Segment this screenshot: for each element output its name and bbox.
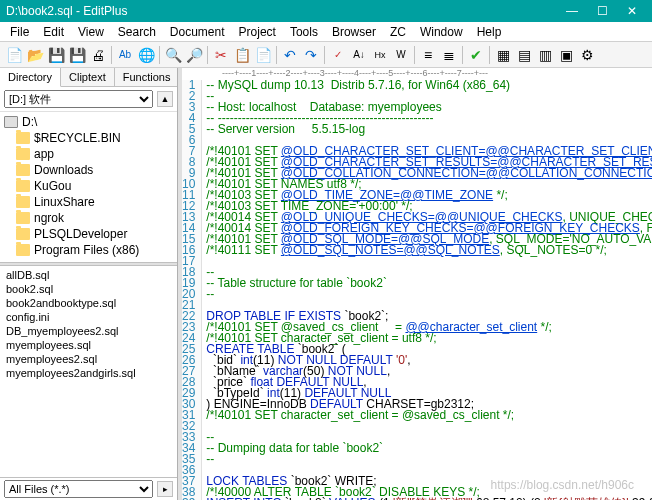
cut-icon[interactable]: ✂ xyxy=(211,45,231,65)
file-filter-select[interactable]: All Files (*.*) xyxy=(4,480,153,498)
menu-edit[interactable]: Edit xyxy=(37,24,70,40)
folder-icon xyxy=(16,196,30,208)
undo-icon[interactable]: ↶ xyxy=(280,45,300,65)
menu-help[interactable]: Help xyxy=(471,24,508,40)
left-tabs: DirectoryCliptextFunctions xyxy=(0,68,177,87)
code-editor[interactable]: ----+----1----+----2----+----3----+----4… xyxy=(182,68,652,500)
menu-zc[interactable]: ZC xyxy=(384,24,412,40)
file-list[interactable]: allDB.sqlbook2.sqlbook2andbooktype.sqlco… xyxy=(0,266,177,477)
tree-item-label: Downloads xyxy=(34,163,93,177)
code-line[interactable]: -- Table structure for table `book2` xyxy=(206,278,652,289)
file-item[interactable]: book2.sql xyxy=(2,282,175,296)
check-icon[interactable]: ✔ xyxy=(466,45,486,65)
spell-check-icon[interactable]: ✓ xyxy=(328,45,348,65)
paste-icon[interactable]: 📄 xyxy=(253,45,273,65)
file-item[interactable]: myemployees2.sql xyxy=(2,352,175,366)
copy-icon[interactable]: 📋 xyxy=(232,45,252,65)
folder-icon xyxy=(16,148,30,160)
indent-right-icon[interactable]: ≣ xyxy=(439,45,459,65)
redo-icon[interactable]: ↷ xyxy=(301,45,321,65)
drive-up-button[interactable]: ▲ xyxy=(157,91,173,107)
drive-select[interactable]: [D:] 软件 xyxy=(4,90,153,108)
folder-icon xyxy=(16,244,30,256)
code-area[interactable]: -- MySQL dump 10.13 Distrib 5.7.16, for … xyxy=(202,80,652,500)
titlebar: D:\book2.sql - EditPlus — ☐ ✕ xyxy=(0,0,652,22)
code-line[interactable]: -- xyxy=(206,289,652,300)
save-all-icon[interactable]: 💾 xyxy=(67,45,87,65)
tree-item-label: LinuxShare xyxy=(34,195,95,209)
folder-icon xyxy=(16,212,30,224)
menu-search[interactable]: Search xyxy=(112,24,162,40)
window-title: D:\book2.sql - EditPlus xyxy=(6,4,127,18)
window-cascade-icon[interactable]: ▤ xyxy=(514,45,534,65)
menu-view[interactable]: View xyxy=(72,24,110,40)
column-ruler: ----+----1----+----2----+----3----+----4… xyxy=(218,68,652,80)
tree-item[interactable]: app xyxy=(2,146,175,162)
menubar: FileEditViewSearchDocumentProjectToolsBr… xyxy=(0,22,652,42)
wordwrap-icon[interactable]: W xyxy=(391,45,411,65)
html-toolbar-icon[interactable]: Ab xyxy=(115,45,135,65)
tree-item[interactable]: PLSQLDeveloper xyxy=(2,226,175,242)
tree-item-label: D:\ xyxy=(22,115,37,129)
tree-item-label: ngrok xyxy=(34,211,64,225)
find-icon[interactable]: 🔍 xyxy=(163,45,183,65)
menu-browser[interactable]: Browser xyxy=(326,24,382,40)
folder-icon xyxy=(16,228,30,240)
tree-item-label: KuGou xyxy=(34,179,71,193)
save-icon[interactable]: 💾 xyxy=(46,45,66,65)
settings-icon[interactable]: ⚙ xyxy=(577,45,597,65)
code-line[interactable]: -- Server version 5.5.15-log xyxy=(206,124,652,135)
file-item[interactable]: book2andbooktype.sql xyxy=(2,296,175,310)
menu-file[interactable]: File xyxy=(4,24,35,40)
open-folder-icon[interactable]: 📂 xyxy=(25,45,45,65)
menu-project[interactable]: Project xyxy=(233,24,282,40)
disk-icon xyxy=(4,116,18,128)
code-line[interactable] xyxy=(206,256,652,267)
menu-document[interactable]: Document xyxy=(164,24,231,40)
folder-tree[interactable]: D:\$RECYCLE.BINappDownloadsKuGouLinuxSha… xyxy=(0,112,177,262)
tree-item[interactable]: Downloads xyxy=(2,162,175,178)
minimize-button[interactable]: — xyxy=(558,2,586,20)
text-tool-a-icon[interactable]: A↓ xyxy=(349,45,369,65)
tree-item[interactable]: LinuxShare xyxy=(2,194,175,210)
code-line[interactable]: -- MySQL dump 10.13 Distrib 5.7.16, for … xyxy=(206,80,652,91)
code-line[interactable]: /*!40101 SET character_set_client = @sav… xyxy=(206,410,652,421)
close-button[interactable]: ✕ xyxy=(618,2,646,20)
code-line[interactable]: /*!40111 SET @OLD_SQL_NOTES=@@SQL_NOTES,… xyxy=(206,245,652,256)
file-item[interactable]: myemployees2andgirls.sql xyxy=(2,366,175,380)
menu-tools[interactable]: Tools xyxy=(284,24,324,40)
file-item[interactable]: myemployees.sql xyxy=(2,338,175,352)
main-area: DirectoryCliptextFunctions [D:] 软件 ▲ D:\… xyxy=(0,68,652,500)
tree-item-label: $RECYCLE.BIN xyxy=(34,131,121,145)
window-doc-icon[interactable]: ▣ xyxy=(556,45,576,65)
tree-item[interactable]: Program Files (x86) xyxy=(2,242,175,258)
browser-icon[interactable]: 🌐 xyxy=(136,45,156,65)
menu-window[interactable]: Window xyxy=(414,24,469,40)
left-tab-cliptext[interactable]: Cliptext xyxy=(61,68,115,86)
left-tab-functions[interactable]: Functions xyxy=(115,68,180,86)
tree-item[interactable]: D:\ xyxy=(2,114,175,130)
tree-item[interactable]: $RECYCLE.BIN xyxy=(2,130,175,146)
print-icon[interactable]: 🖨 xyxy=(88,45,108,65)
filter-row: All Files (*.*) ▸ xyxy=(0,477,177,500)
code-line[interactable]: -- Dumping data for table `book2` xyxy=(206,443,652,454)
new-file-icon[interactable]: 📄 xyxy=(4,45,24,65)
window-tile-icon[interactable]: ▦ xyxy=(493,45,513,65)
hex-icon[interactable]: Hx xyxy=(370,45,390,65)
tree-item[interactable]: KuGou xyxy=(2,178,175,194)
tree-item[interactable]: ngrok xyxy=(2,210,175,226)
maximize-button[interactable]: ☐ xyxy=(588,2,616,20)
file-item[interactable]: config.ini xyxy=(2,310,175,324)
left-tab-directory[interactable]: Directory xyxy=(0,68,61,87)
code-line[interactable] xyxy=(206,421,652,432)
window-split-icon[interactable]: ▥ xyxy=(535,45,555,65)
search-icon[interactable]: 🔎 xyxy=(184,45,204,65)
tree-item-label: app xyxy=(34,147,54,161)
tree-item-label: Program Files (x86) xyxy=(34,243,139,257)
folder-icon xyxy=(16,180,30,192)
indent-left-icon[interactable]: ≡ xyxy=(418,45,438,65)
code-line[interactable]: -- xyxy=(206,454,652,465)
file-item[interactable]: DB_myemployees2.sql xyxy=(2,324,175,338)
file-item[interactable]: allDB.sql xyxy=(2,268,175,282)
filter-arrow-button[interactable]: ▸ xyxy=(157,481,173,497)
